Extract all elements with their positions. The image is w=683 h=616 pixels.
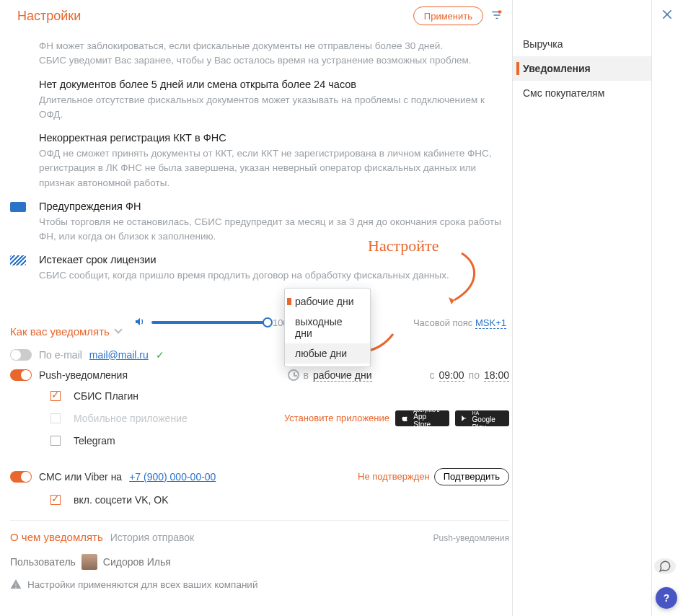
- section1-desc: Длительное отсутствие фискальных докумен…: [39, 93, 505, 123]
- time-to[interactable]: 18:00: [484, 369, 509, 382]
- mobile-app-checkbox: [50, 413, 61, 423]
- warning-block-icon: [10, 201, 39, 245]
- svg-point-3: [498, 11, 501, 13]
- section0-desc2: СБИС уведомит Вас заранее, чтобы у Вас о…: [39, 53, 505, 68]
- volume-slider[interactable]: [151, 321, 267, 324]
- about-title[interactable]: О чем уведомлять: [10, 531, 103, 543]
- avatar[interactable]: [81, 554, 97, 570]
- apply-button[interactable]: Применить: [413, 6, 483, 25]
- social-checkbox[interactable]: [50, 495, 61, 505]
- notify-how-title[interactable]: Как вас уведомлять: [10, 325, 121, 338]
- filter-icon[interactable]: [490, 9, 503, 24]
- email-toggle[interactable]: [10, 349, 32, 361]
- googleplay-button[interactable]: ЗАГРУЗИТЕ НАGoogle Play: [455, 410, 509, 426]
- history-link[interactable]: История отправок: [110, 532, 194, 543]
- from-label: с: [430, 369, 435, 381]
- days-option-work[interactable]: рабочие дни: [285, 291, 370, 312]
- push-column-label: Push-уведомления: [433, 533, 509, 545]
- check-icon: ✓: [156, 349, 164, 361]
- user-name[interactable]: Сидоров Илья: [103, 556, 171, 568]
- sms-toggle[interactable]: [10, 471, 32, 483]
- section2-title: Некорректная регистрация ККТ в ФНС: [39, 132, 505, 144]
- telegram-label: Telegram: [74, 435, 115, 446]
- sbis-plugin-checkbox[interactable]: [50, 391, 61, 401]
- days-select[interactable]: рабочие дни: [313, 369, 372, 382]
- sidebar-item-2[interactable]: Смс покупателям: [513, 81, 651, 105]
- install-app-link[interactable]: Установите приложение: [284, 413, 389, 423]
- days-prefix: в: [304, 369, 309, 381]
- not-confirmed-label: Не подтвержден: [358, 471, 430, 482]
- telegram-checkbox[interactable]: [50, 436, 61, 446]
- user-label: Пользователь: [10, 556, 76, 568]
- email-value[interactable]: mail@mail.ru: [89, 349, 149, 361]
- timezone-value[interactable]: MSK+1: [475, 317, 506, 329]
- warning-icon: [10, 578, 22, 590]
- confirm-button[interactable]: Подтвердить: [434, 468, 509, 485]
- help-button[interactable]: ?: [656, 587, 677, 609]
- page-title: Настройки: [16, 9, 413, 24]
- time-from[interactable]: 09:00: [439, 369, 464, 382]
- days-dropdown[interactable]: рабочие дни выходные дни любые дни: [284, 288, 371, 367]
- section3-title: Предупреждения ФН: [39, 201, 505, 212]
- clock-icon: [288, 369, 299, 381]
- appstore-button[interactable]: Доступно вApp Store: [395, 410, 449, 426]
- section4-title: Истекает срок лицензии: [39, 254, 505, 265]
- email-label: По e-mail: [39, 349, 82, 361]
- push-label: Push-уведомления: [39, 369, 128, 381]
- to-label: по: [469, 369, 480, 381]
- license-block-icon: [10, 254, 39, 283]
- warning-text: Настройки применяются для всех ваших ком…: [27, 579, 257, 590]
- phone-value[interactable]: +7 (900) 000-00-00: [129, 471, 216, 483]
- section0-desc1: ФН может заблокироваться, если фискальны…: [39, 39, 505, 53]
- close-icon[interactable]: [661, 9, 673, 22]
- sbis-plugin-label: СБИС Плагин: [74, 390, 138, 402]
- section3-desc: Чтобы торговля не остановилась, СБИС пре…: [39, 215, 505, 245]
- chevron-down-icon: [114, 325, 122, 333]
- push-toggle[interactable]: [10, 369, 32, 381]
- sidebar-item-0[interactable]: Выручка: [513, 32, 651, 56]
- timezone-label: Часовой пояс: [413, 317, 472, 328]
- section4-desc: СБИС сообщит, когда пришло время продлит…: [39, 268, 505, 283]
- volume-icon[interactable]: [134, 316, 146, 330]
- days-option-weekend[interactable]: выходные дни: [285, 312, 370, 343]
- mobile-app-label: Мобильное приложение: [74, 413, 188, 424]
- days-option-any[interactable]: любые дни: [285, 343, 370, 364]
- sidebar-item-1[interactable]: Уведомления: [513, 56, 651, 81]
- section1-title: Нет документов более 5 дней или смена от…: [39, 79, 505, 90]
- chat-icon[interactable]: [654, 558, 676, 574]
- sms-label: СМС или Viber на: [39, 471, 122, 483]
- notify-how-title-text: Как вас уведомлять: [10, 325, 110, 338]
- section2-desc: ОФД не сможет принять документы от ККТ, …: [39, 146, 505, 190]
- social-label: вкл. соцсети VK, OK: [74, 494, 169, 506]
